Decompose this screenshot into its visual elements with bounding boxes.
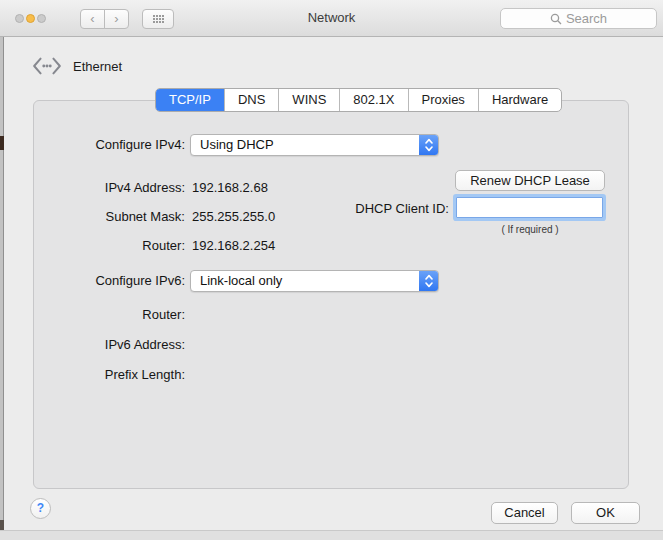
settings-group-box: [33, 100, 629, 489]
show-all-button[interactable]: [142, 9, 174, 29]
question-mark-icon: ?: [37, 501, 44, 515]
ipv6-router-label: Router:: [45, 307, 185, 322]
tab-wins[interactable]: WINS: [278, 89, 339, 111]
search-icon: [550, 13, 562, 25]
ipv4-address-value: 192.168.2.68: [192, 180, 268, 195]
window-bottom-edge: [0, 530, 663, 540]
title-bar: Network ‹ › Search: [0, 0, 663, 37]
forward-chevron-icon: ›: [114, 11, 118, 26]
connection-name: Ethernet: [73, 59, 122, 74]
forward-button[interactable]: ›: [104, 9, 129, 29]
configure-ipv4-value: Using DHCP: [191, 135, 438, 155]
select-stepper-icon: [419, 271, 438, 291]
if-required-caption: ( If required ): [455, 224, 605, 235]
desktop-speck: [0, 136, 4, 150]
search-input[interactable]: Search: [500, 8, 657, 29]
configure-ipv4-label: Configure IPv4:: [45, 137, 185, 152]
configure-ipv6-select[interactable]: Link-local only: [190, 270, 439, 292]
dhcp-client-id-input[interactable]: [456, 197, 603, 218]
select-stepper-icon: [419, 135, 438, 155]
configure-ipv6-label: Configure IPv6:: [45, 273, 185, 288]
tab-dns[interactable]: DNS: [224, 89, 278, 111]
connection-header: Ethernet: [30, 55, 122, 77]
cancel-button[interactable]: Cancel: [491, 502, 558, 524]
ok-button[interactable]: OK: [571, 502, 640, 524]
close-button[interactable]: [15, 14, 24, 23]
help-button[interactable]: ?: [30, 498, 51, 519]
subnet-mask-label: Subnet Mask:: [45, 209, 185, 224]
tab-tcpip[interactable]: TCP/IP: [156, 89, 224, 111]
zoom-button[interactable]: [37, 14, 46, 23]
dhcp-client-id-label: DHCP Client ID:: [300, 201, 449, 216]
configure-ipv4-select[interactable]: Using DHCP: [190, 134, 439, 156]
back-chevron-icon: ‹: [90, 11, 94, 26]
ipv6-address-label: IPv6 Address:: [45, 337, 185, 352]
subnet-mask-value: 255.255.255.0: [192, 209, 275, 224]
prefix-length-label: Prefix Length:: [45, 367, 185, 382]
configure-ipv6-value: Link-local only: [191, 271, 438, 291]
desktop-edge-sliver: [0, 0, 4, 540]
ipv4-address-label: IPv4 Address:: [45, 180, 185, 195]
tab-bar: TCP/IP DNS WINS 802.1X Proxies Hardware: [155, 88, 562, 112]
back-button[interactable]: ‹: [80, 9, 105, 29]
tab-proxies[interactable]: Proxies: [408, 89, 478, 111]
network-preferences-window: Network ‹ › Search: [0, 0, 663, 540]
tab-hardware[interactable]: Hardware: [478, 89, 561, 111]
renew-dhcp-lease-button[interactable]: Renew DHCP Lease: [455, 170, 605, 191]
ethernet-icon: [30, 55, 64, 77]
grid-icon: [153, 15, 164, 23]
tab-8021x[interactable]: 802.1X: [339, 89, 407, 111]
ipv4-router-value: 192.168.2.254: [192, 238, 275, 253]
ipv4-router-label: Router:: [45, 238, 185, 253]
search-placeholder: Search: [566, 11, 607, 26]
minimize-button[interactable]: [26, 14, 35, 23]
nav-button-group: ‹ ›: [80, 9, 129, 29]
